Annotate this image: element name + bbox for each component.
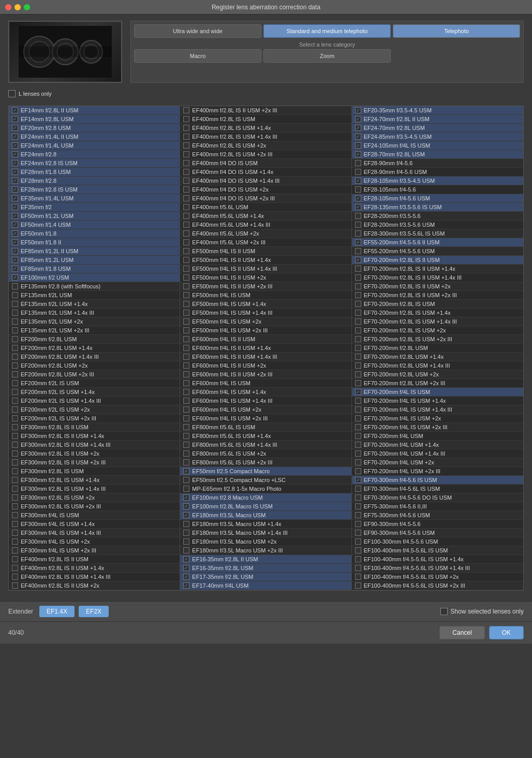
lens-item[interactable]: EF300mm f/2.8L IS II USM +2x III bbox=[9, 458, 180, 467]
lens-checkbox[interactable] bbox=[355, 494, 361, 501]
lens-checkbox[interactable] bbox=[355, 318, 361, 325]
lens-checkbox[interactable] bbox=[12, 283, 18, 289]
lens-checkbox[interactable] bbox=[12, 389, 18, 395]
lens-item[interactable]: EF16-35mm f/2.8L II USM bbox=[180, 555, 351, 564]
lens-item[interactable]: EF50mm f/2.5 Compact Macro bbox=[180, 467, 351, 476]
lens-item[interactable]: EF300mm f/4L IS USM +2x III bbox=[9, 546, 180, 555]
extender-btn-2[interactable]: EF2X bbox=[79, 606, 109, 617]
lens-checkbox[interactable] bbox=[12, 521, 18, 527]
lens-checkbox[interactable] bbox=[355, 406, 361, 413]
lens-item[interactable]: EF70-200mm f/4L IS USM +2x III bbox=[352, 423, 523, 432]
lens-checkbox[interactable] bbox=[355, 468, 361, 474]
lens-item[interactable]: EF400mm f/5.6L USM +1.4x bbox=[180, 212, 351, 221]
lens-item[interactable]: EF400mm f/2.8L IS USM +1.4x bbox=[180, 124, 351, 133]
lens-checkbox[interactable] bbox=[183, 222, 189, 228]
lens-item[interactable]: EF85mm f/1.8 USM bbox=[9, 265, 180, 273]
lens-checkbox[interactable] bbox=[183, 512, 189, 518]
lens-checkbox[interactable] bbox=[12, 222, 18, 228]
lens-item[interactable]: EF100-400mm f/4.5-5.6L IS USM +1.4x bbox=[352, 555, 523, 564]
lens-checkbox[interactable] bbox=[355, 195, 361, 201]
lens-checkbox[interactable] bbox=[355, 565, 361, 571]
lens-item[interactable]: EF400mm f/5.6L USM bbox=[180, 203, 351, 212]
lens-item[interactable]: EF70-200mm f/2.8L USM +2x bbox=[352, 370, 523, 379]
lens-checkbox[interactable] bbox=[355, 486, 361, 492]
lens-item[interactable]: EF70-200mm f/2.8L USM +1.4x bbox=[352, 353, 523, 361]
lens-checkbox[interactable] bbox=[12, 125, 18, 131]
lens-checkbox[interactable] bbox=[183, 582, 189, 589]
lens-item[interactable]: EF75-300mm f/4-5.6 II,III bbox=[352, 502, 523, 511]
lens-checkbox[interactable] bbox=[183, 389, 189, 395]
lens-item[interactable]: EF35mm f/1.4L USM bbox=[9, 194, 180, 203]
lens-checkbox[interactable] bbox=[12, 494, 18, 501]
lens-item[interactable]: EF600mm f/4L IS II USM +2x III bbox=[180, 370, 351, 379]
lens-checkbox[interactable] bbox=[355, 442, 361, 448]
lens-checkbox[interactable] bbox=[12, 327, 18, 333]
lens-item[interactable]: EF70-200mm f/2.8L IS USM +2x bbox=[352, 326, 523, 335]
lens-item[interactable]: EF400mm f/2.8L IS USM +2x bbox=[180, 141, 351, 150]
lens-item[interactable]: EF600mm f/4L IS II USM +1.4x III bbox=[180, 353, 351, 361]
lens-checkbox[interactable] bbox=[355, 530, 361, 536]
lens-checkbox[interactable] bbox=[355, 186, 361, 193]
lens-checkbox[interactable] bbox=[183, 239, 189, 245]
lens-item[interactable]: EF200mm f/2.8L USM bbox=[9, 335, 180, 344]
lens-item[interactable]: EF24mm f/1.4L USM bbox=[9, 141, 180, 150]
lens-checkbox[interactable] bbox=[355, 310, 361, 316]
lens-checkbox[interactable] bbox=[355, 213, 361, 219]
lens-item[interactable]: EF35mm f/2 bbox=[9, 203, 180, 212]
lens-checkbox[interactable] bbox=[12, 450, 18, 457]
lens-item[interactable]: EF600mm f/4L IS USM +2x III bbox=[180, 414, 351, 423]
lens-checkbox[interactable] bbox=[183, 433, 189, 439]
lens-item[interactable]: EF28-105mm f/4-5.6 bbox=[352, 185, 523, 194]
lens-item[interactable]: EF400mm f/2.8L IS II USM +2x III bbox=[180, 106, 351, 115]
lens-item[interactable]: EF135mm f/2L USM +2x bbox=[9, 317, 180, 326]
lens-item[interactable]: EF28-90mm f/4-5.6 USM bbox=[352, 168, 523, 177]
lens-checkbox[interactable] bbox=[355, 538, 361, 545]
lens-checkbox[interactable] bbox=[12, 213, 18, 219]
lens-item[interactable]: EF600mm f/4L IS II USM +2x bbox=[180, 361, 351, 370]
lens-list-container[interactable]: EF14mm f/2.8L II USMEF14mm f/2.8L USMEF2… bbox=[8, 106, 524, 591]
lens-checkbox[interactable] bbox=[12, 380, 18, 386]
lens-item[interactable]: EF70-200mm f/2.8L IS II USM +1.4x bbox=[352, 265, 523, 273]
lens-item[interactable]: EF70-200mm f/4L USM +2x bbox=[352, 458, 523, 467]
lens-item[interactable]: EF600mm f/4L IS USM +1.4x bbox=[180, 388, 351, 397]
lens-checkbox[interactable] bbox=[355, 116, 361, 122]
lens-item[interactable]: EF180mm f/3.5L Macro USM +2x bbox=[180, 537, 351, 546]
lens-checkbox[interactable] bbox=[12, 195, 18, 201]
lens-item[interactable]: EF400mm f/2.8L IS II USM +2x bbox=[9, 581, 180, 590]
lens-checkbox[interactable] bbox=[183, 283, 189, 289]
lens-checkbox[interactable] bbox=[12, 186, 18, 193]
lens-item[interactable]: EF90-300mm f/4.5-5.6 USM bbox=[352, 529, 523, 537]
lens-item[interactable]: EF24mm f/2.8 bbox=[9, 150, 180, 159]
lens-checkbox[interactable] bbox=[12, 178, 18, 184]
lens-item[interactable]: EF70-200mm f/4L USM +1.4x III bbox=[352, 449, 523, 458]
lens-checkbox[interactable] bbox=[355, 222, 361, 228]
lens-item[interactable]: EF20-35mm f/3.5-4.5 USM bbox=[352, 106, 523, 115]
lens-item[interactable]: EF50mm f/1.4 USM bbox=[9, 221, 180, 229]
lens-checkbox[interactable] bbox=[355, 125, 361, 131]
lens-checkbox[interactable] bbox=[12, 530, 18, 536]
lens-item[interactable]: EF600mm f/4L IS USM +2x bbox=[180, 405, 351, 414]
lens-item[interactable]: EF400mm f/2.8L IS USM +2x III bbox=[180, 150, 351, 159]
lens-checkbox[interactable] bbox=[183, 424, 189, 430]
l-lenses-checkbox[interactable] bbox=[8, 90, 16, 97]
lens-checkbox[interactable] bbox=[183, 345, 189, 351]
lens-checkbox[interactable] bbox=[355, 248, 361, 254]
lens-item[interactable]: EF50mm f/1.8 bbox=[9, 229, 180, 238]
lens-checkbox[interactable] bbox=[12, 565, 18, 571]
lens-checkbox[interactable] bbox=[183, 486, 189, 492]
lens-item[interactable]: EF70-200mm f/4L IS USM +2x bbox=[352, 414, 523, 423]
lens-checkbox[interactable] bbox=[12, 477, 18, 483]
lens-item[interactable]: EF500mm f/4L IS USM +2x bbox=[180, 317, 351, 326]
lens-item[interactable]: EF90-300mm f/4.5-5.6 bbox=[352, 520, 523, 529]
lens-item[interactable]: EF70-200mm f/4L USM +1.4x bbox=[352, 441, 523, 449]
lens-checkbox[interactable] bbox=[355, 424, 361, 430]
lens-checkbox[interactable] bbox=[183, 336, 189, 342]
lens-checkbox[interactable] bbox=[12, 582, 18, 589]
lens-item[interactable]: EF70-200mm f/2.8L IS II USM +2x III bbox=[352, 291, 523, 300]
category-macro[interactable]: Macro bbox=[134, 49, 261, 63]
lens-item[interactable]: EF28-300mm f/3.5-5.6L IS USM bbox=[352, 229, 523, 238]
lens-item[interactable]: EF28-200mm f/3.5-5.6 USM bbox=[352, 221, 523, 229]
lens-item[interactable]: EF50mm f/2.5 Compact Macro +LSC bbox=[180, 476, 351, 485]
lens-checkbox[interactable] bbox=[355, 362, 361, 369]
lens-checkbox[interactable] bbox=[183, 538, 189, 545]
